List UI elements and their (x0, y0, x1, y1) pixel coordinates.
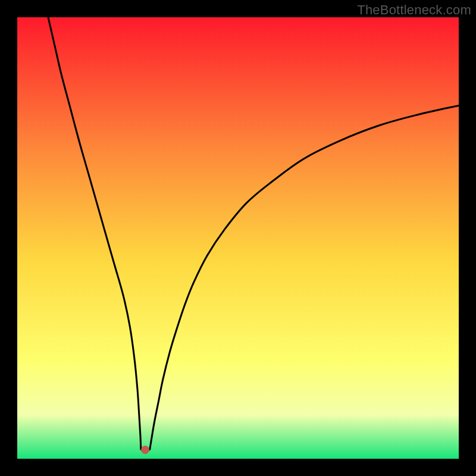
minimum-point-marker (141, 446, 149, 454)
chart-area (17, 17, 459, 459)
bottleneck-curve (17, 17, 459, 459)
curve-right-branch (150, 105, 459, 450)
curve-left-branch (48, 17, 141, 450)
watermark-text: TheBottleneck.com (357, 2, 471, 18)
